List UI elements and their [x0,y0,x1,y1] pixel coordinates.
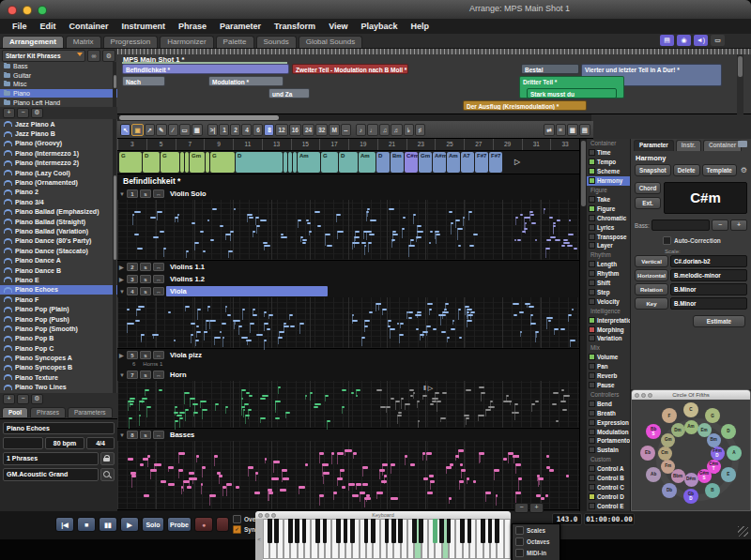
track-name[interactable]: Violins 1.2 [166,274,208,284]
record-alt-button[interactable] [216,517,229,532]
bar-ruler[interactable]: 3579111315171921232527293133 [117,139,579,151]
chord-block[interactable]: D [143,152,160,173]
phrase-item[interactable]: Piano Texture [0,372,117,382]
chord-block[interactable] [185,152,189,173]
track-name[interactable]: Viola [166,286,328,296]
piano-key-black[interactable] [323,519,327,543]
scale-row-button[interactable]: Relation [635,283,668,295]
phrase-item[interactable]: Piano Syncopes B [0,363,117,372]
phrase-gear-icon[interactable]: ⚙ [31,394,43,404]
phrase-item[interactable]: Piano Ballad (Emphasized) [0,207,117,217]
tool-button[interactable]: ▭ [179,124,191,136]
phrase-item[interactable]: Piano (Intermezzo 2) [0,159,117,168]
note-value-button[interactable]: ♯ [415,124,425,136]
parameter-item[interactable]: Tempo [587,158,630,167]
circle-note[interactable]: C [683,402,698,417]
parameter-item[interactable]: Harmony [587,176,630,186]
collapse-icon[interactable]: ▶ [119,276,125,282]
tool-button[interactable]: ✎ [156,124,166,136]
chord-block[interactable]: Am [359,152,376,173]
gear-icon[interactable]: ⚙ [102,50,115,62]
circle-note[interactable]: G [705,408,720,423]
overview-container[interactable]: und Za [268,88,310,98]
chord-block[interactable]: G [210,152,235,173]
scale-row-value[interactable]: C#.dorian-b2 [670,255,747,267]
titlebar[interactable]: Arrange: MPS Main Shot 1 [0,0,751,20]
menu-item[interactable]: Transform [268,22,322,31]
parameter-tab[interactable]: Container [703,140,742,151]
search-icon[interactable] [100,468,115,481]
parameter-item[interactable]: Pause [587,381,630,390]
snapshot-button[interactable]: Snapshot [635,164,671,176]
track-name[interactable]: Horn [166,370,191,380]
bass-minus-button[interactable]: − [712,219,728,231]
scale-row-button[interactable]: Vertical [635,255,668,267]
circle-note[interactable]: A [727,446,742,461]
pause-button[interactable]: ▮▮ [99,517,117,532]
scale-row-value[interactable]: B.Minor [670,283,747,295]
circle-note[interactable]: F [662,408,677,423]
collapse-icon[interactable]: ▼ [119,289,125,295]
chord-block[interactable]: G [321,152,338,173]
parameter-item[interactable]: Controllers [587,389,630,399]
chord-button[interactable]: Chord [635,182,661,194]
circle-note[interactable]: E [721,467,736,482]
grid-button[interactable]: 8 [264,124,274,136]
circle-note-minor[interactable]: Fm [661,460,675,474]
solo-toggle[interactable]: s [140,275,151,283]
chord-block[interactable]: Am [298,152,320,173]
piano-key-black[interactable] [288,519,292,543]
phrase-item[interactable]: Piano 2 [0,188,117,197]
piano-key-black[interactable] [336,519,340,543]
menu-item[interactable]: File [6,22,34,31]
parameter-item[interactable]: Sustain [587,446,630,455]
category-gear-icon[interactable]: ⚙ [31,108,43,118]
tool-button[interactable]: ▦ [192,124,203,136]
phrase-item[interactable]: Piano F [0,295,117,304]
category-item[interactable]: Misc [0,80,117,89]
collapse-icon[interactable]: ▼ [119,191,125,197]
keyboard-option-row[interactable]: Octaves [513,536,559,547]
grid-button[interactable]: -- [341,124,351,136]
keyboard-option-checkbox[interactable] [515,549,524,557]
solo-toggle[interactable]: s [140,287,151,295]
pool-tab[interactable]: Parameters [68,407,113,418]
overview-container[interactable]: Der Ausflug (Kreismodulation) * [463,100,587,111]
keyboard-option-row[interactable]: MIDI-in [513,547,559,558]
chord-block[interactable]: Gm [419,152,432,173]
folder-icon[interactable] [738,141,747,147]
grid-button[interactable]: 16 [289,124,301,136]
solo-toggle[interactable]: s [140,263,151,271]
keyboard-option-checkbox[interactable] [515,526,524,535]
scale-row-value[interactable]: B.Minor [670,297,747,310]
gear-icon[interactable]: ⚙ [741,166,747,174]
phrase-item[interactable]: Jazz Piano B [0,129,117,138]
circle-note[interactable]: Eb [640,446,655,461]
main-tab[interactable]: Sounds [256,36,297,48]
template-button[interactable]: Template [702,164,737,176]
record-button[interactable]: ● [194,517,213,532]
bass-plus-button[interactable]: + [730,219,747,231]
library-selector[interactable]: Starter Kit Phrases [2,50,85,62]
chord-block[interactable]: F#7 [475,152,488,173]
chord-block[interactable] [284,152,287,173]
extra-tool-button[interactable]: ⇄ [544,124,554,136]
circle-of-fifths-titlebar[interactable]: Circle Of Fifths [632,390,750,400]
note-value-button[interactable]: ♬ [391,124,403,136]
solo-toggle[interactable]: s [140,351,151,359]
auto-correction-row[interactable]: Auto-Correction [631,231,751,245]
overdub-checkbox[interactable] [233,515,241,523]
add-category-button[interactable]: + [3,108,15,118]
resize-grip[interactable] [738,526,748,537]
stop-button[interactable]: ■ [77,517,96,532]
grid-button[interactable]: 12 [275,124,287,136]
phrase-item[interactable]: Piano Pop (Push) [0,314,117,324]
parameter-item[interactable]: Interpretation [587,315,630,325]
zoom-out-button[interactable]: − [514,503,529,513]
parameter-item[interactable]: Chromatic [587,213,630,222]
track-row-violins-12[interactable]: ▶ 3 s ↔ Violins 1.2 [117,273,579,285]
chord-block[interactable] [206,152,209,173]
parameter-item[interactable]: Morphing [587,325,630,334]
solo-toggle[interactable]: s [140,189,151,198]
estimate-button[interactable]: Estimate [693,315,745,327]
